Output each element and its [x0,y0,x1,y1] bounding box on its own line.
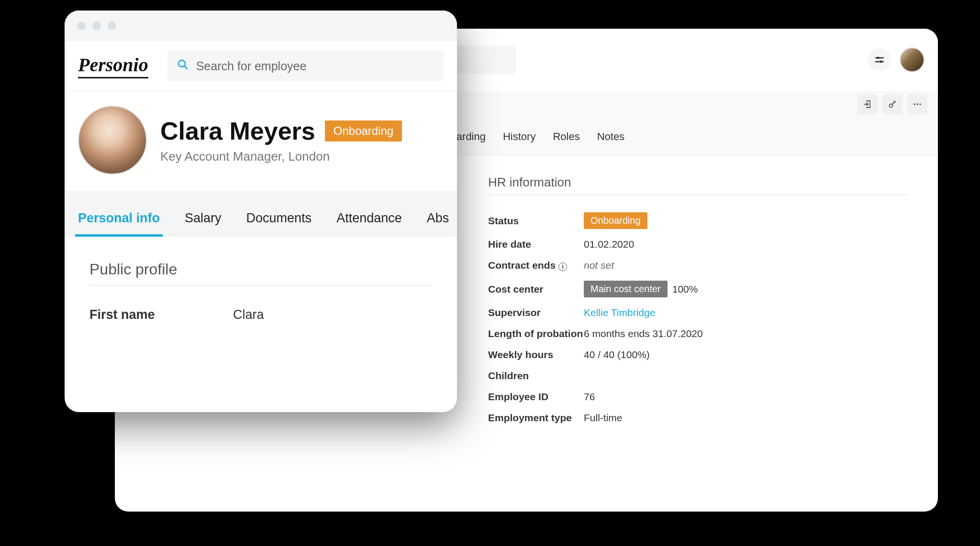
minimize-icon[interactable] [92,22,101,30]
field-value: 6 months ends 31.07.2020 [584,328,703,339]
field-cost-center: Cost center Main cost center 100% [488,276,909,302]
svg-point-1 [880,61,882,63]
tab-attendance[interactable]: Attendance [334,204,405,237]
svg-point-3 [913,103,915,105]
search-input[interactable]: Search for employee [167,51,444,81]
profile-tabs: Personal info Salary Documents Attendanc… [65,204,457,237]
field-label: Cost center [488,284,584,295]
section-title: Public profile [89,261,432,285]
field-label: Employee ID [488,391,584,403]
tab-history[interactable]: History [503,131,535,143]
field-value: 01.02.2020 [584,239,634,250]
search-icon [177,59,189,74]
field-value: Clara [233,307,264,322]
avatar[interactable] [78,106,147,175]
search-placeholder: Search for employee [196,59,307,73]
field-value: Main cost center 100% [584,281,698,297]
key-icon[interactable] [882,94,902,114]
field-first-name: First name Clara [89,307,432,322]
field-label: Supervisor [488,307,584,318]
status-badge: Onboarding [325,120,402,142]
close-icon[interactable] [77,22,86,30]
status-badge: Onboarding [584,212,647,229]
maximize-icon[interactable] [108,22,116,30]
personal-info-panel: Public profile First name Clara [65,237,457,322]
field-value: not set [584,260,614,271]
profile-header: Clara Meyers Onboarding Key Account Mana… [65,91,457,191]
tab-personal-info[interactable]: Personal info [75,204,163,237]
field-hire-date: Hire date 01.02.2020 [488,234,909,255]
header: Personio Search for employee [65,41,457,91]
more-icon[interactable] [907,94,927,114]
window-controls [65,11,457,41]
supervisor-link[interactable]: Kellie Timbridge [584,307,655,318]
tab-documents[interactable]: Documents [244,204,315,237]
field-label: Hire date [488,239,584,250]
field-label: First name [89,307,233,322]
settings-icon[interactable] [868,48,891,71]
login-icon[interactable] [858,94,878,114]
field-contract-ends: Contract endsi not set [488,255,909,276]
foreground-window: Personio Search for employee Clara Meyer… [65,11,457,412]
field-status: Status Onboarding [488,207,909,234]
page-title: Clara Meyers [160,117,315,145]
svg-point-4 [916,103,918,105]
field-supervisor: Supervisor Kellie Timbridge [488,302,909,323]
avatar[interactable] [900,47,924,72]
field-value: 40 / 40 (100%) [584,349,650,360]
svg-point-0 [877,57,880,59]
logo[interactable]: Personio [78,54,148,78]
field-children: Children [488,365,909,386]
info-icon[interactable]: i [558,262,567,271]
hr-info-column: HR information Status Onboarding Hire da… [488,175,938,428]
tab-salary[interactable]: Salary [182,204,224,237]
field-label: Length of probation [488,328,584,339]
field-employment-type: Employment type Full-time [488,407,909,428]
svg-point-5 [919,103,921,105]
section-title: HR information [488,175,909,195]
field-label: Children [488,370,584,382]
cost-center-chip: Main cost center [584,281,668,297]
field-value: Full-time [584,412,623,424]
field-label: Contract endsi [488,260,584,271]
field-weekly-hours: Weekly hours 40 / 40 (100%) [488,344,909,365]
tab-absence[interactable]: Abs [424,204,452,237]
field-employee-id: Employee ID 76 [488,386,909,407]
field-label: Employment type [488,412,584,424]
field-label: Weekly hours [488,349,584,360]
tab-notes[interactable]: Notes [597,131,624,143]
tab-roles[interactable]: Roles [553,131,579,143]
field-probation: Length of probation 6 months ends 31.07.… [488,323,909,344]
field-value: 76 [584,391,595,403]
field-label: Status [488,215,584,227]
profile-subtitle: Key Account Manager, London [160,149,402,164]
